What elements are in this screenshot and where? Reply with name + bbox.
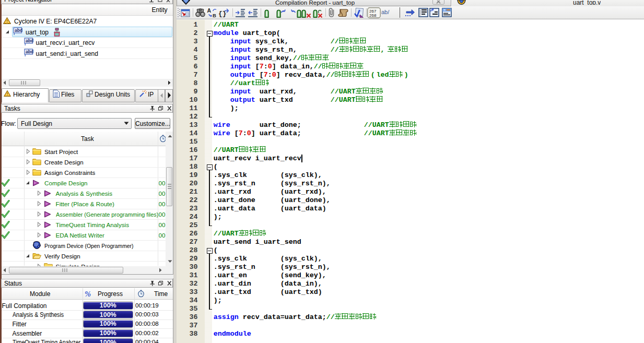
svg-text:abd: abd — [26, 38, 33, 43]
svg-text:268: 268 — [369, 13, 377, 18]
svg-text:abd: abd — [15, 28, 22, 33]
svg-text:B: B — [213, 13, 216, 18]
svg-text:abd: abd — [26, 49, 33, 54]
svg-text:ab/: ab/ — [381, 9, 390, 15]
svg-text:A: A — [207, 7, 212, 14]
